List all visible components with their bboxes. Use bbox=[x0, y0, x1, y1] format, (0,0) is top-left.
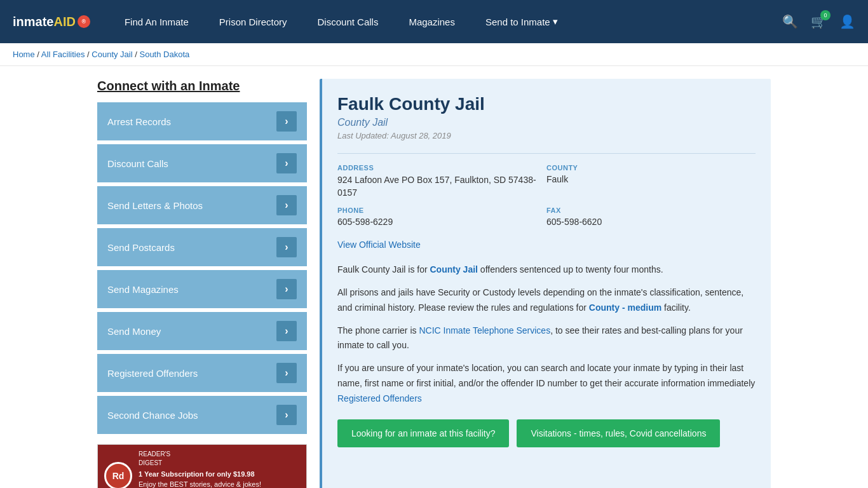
sidebar-item-send-letters[interactable]: Send Letters & Photos › bbox=[97, 186, 307, 224]
sidebar-item-send-postcards[interactable]: Send Postcards › bbox=[97, 228, 307, 266]
breadcrumb-bar: Home / All Facilities / County Jail / So… bbox=[0, 43, 868, 66]
facility-type: County Jail bbox=[337, 117, 756, 128]
county-value: Faulk bbox=[546, 174, 756, 184]
header: inmate AID ® Find An Inmate Prison Direc… bbox=[0, 0, 868, 43]
breadcrumb: Home / All Facilities / County Jail / So… bbox=[13, 50, 855, 59]
search-icon[interactable]: 🔍 bbox=[782, 14, 798, 29]
main-content: Faulk County Jail County Jail Last Updat… bbox=[320, 79, 771, 488]
logo[interactable]: inmate AID ® bbox=[13, 15, 90, 29]
dropdown-arrow-icon: ▾ bbox=[553, 16, 558, 27]
main-nav: Find An Inmate Prison Directory Discount… bbox=[109, 0, 782, 43]
nav-prison-directory[interactable]: Prison Directory bbox=[204, 0, 302, 43]
county-medium-link[interactable]: County - medium bbox=[589, 302, 661, 313]
chevron-right-icon: › bbox=[276, 321, 297, 341]
sidebar: Connect with an Inmate Arrest Records › … bbox=[97, 79, 307, 488]
sidebar-item-second-chance-jobs[interactable]: Second Chance Jobs › bbox=[97, 396, 307, 434]
ncic-link[interactable]: NCIC Inmate Telephone Services bbox=[419, 325, 550, 336]
sidebar-menu: Arrest Records › Discount Calls › Send L… bbox=[97, 102, 307, 434]
nav-find-inmate[interactable]: Find An Inmate bbox=[109, 0, 204, 43]
desc-para-1: Faulk County Jail is for County Jail off… bbox=[337, 262, 756, 278]
address-label: ADDRESS bbox=[337, 164, 546, 172]
county-cell: COUNTY Faulk bbox=[546, 164, 756, 199]
cart-icon[interactable]: 🛒 0 bbox=[811, 14, 827, 29]
phone-value: 605-598-6229 bbox=[337, 217, 546, 227]
facility-updated: Last Updated: August 28, 2019 bbox=[337, 131, 756, 140]
chevron-right-icon: › bbox=[276, 111, 297, 132]
action-buttons: Looking for an inmate at this facility? … bbox=[337, 419, 756, 447]
breadcrumb-home[interactable]: Home bbox=[13, 50, 35, 59]
chevron-right-icon: › bbox=[276, 153, 297, 173]
facility-title: Faulk County Jail bbox=[337, 94, 756, 114]
fax-label: FAX bbox=[546, 207, 756, 214]
sidebar-title: Connect with an Inmate bbox=[97, 79, 307, 93]
info-grid: ADDRESS 924 Lafoon Ave PO Box 157, Faulk… bbox=[337, 153, 756, 227]
find-inmate-button[interactable]: Looking for an inmate at this facility? bbox=[337, 419, 509, 447]
cart-badge: 0 bbox=[820, 10, 831, 20]
phone-cell: PHONE 605-598-6229 bbox=[337, 207, 546, 227]
sidebar-item-discount-calls[interactable]: Discount Calls › bbox=[97, 144, 307, 182]
nav-discount-calls[interactable]: Discount Calls bbox=[302, 0, 394, 43]
address-value: 924 Lafoon Ave PO Box 157, Faulkton, SD … bbox=[337, 174, 546, 199]
sidebar-item-registered-offenders[interactable]: Registered Offenders › bbox=[97, 354, 307, 392]
ad-rd-badge: Rd bbox=[104, 462, 132, 488]
breadcrumb-county-jail[interactable]: County Jail bbox=[92, 50, 132, 59]
breadcrumb-all-facilities[interactable]: All Facilities bbox=[41, 50, 85, 59]
logo-aid: AID bbox=[53, 15, 75, 29]
main-layout: Connect with an Inmate Arrest Records › … bbox=[85, 79, 783, 488]
chevron-right-icon: › bbox=[276, 195, 297, 215]
desc-para-2: All prisons and jails have Security or C… bbox=[337, 285, 756, 316]
address-cell: ADDRESS 924 Lafoon Ave PO Box 157, Faulk… bbox=[337, 164, 546, 199]
phone-label: PHONE bbox=[337, 207, 546, 214]
description: Faulk County Jail is for County Jail off… bbox=[337, 262, 756, 406]
chevron-right-icon: › bbox=[276, 279, 297, 299]
county-label: COUNTY bbox=[546, 164, 756, 172]
registered-offenders-link[interactable]: Registered Offenders bbox=[337, 393, 422, 403]
desc-para-3: The phone carrier is NCIC Inmate Telepho… bbox=[337, 323, 756, 354]
fax-cell: FAX 605-598-6620 bbox=[546, 207, 756, 227]
chevron-right-icon: › bbox=[276, 363, 297, 383]
desc-para-4: If you are unsure of your inmate's locat… bbox=[337, 361, 756, 406]
visitations-button[interactable]: Visitations - times, rules, Covid cancel… bbox=[517, 419, 720, 447]
fax-value: 605-598-6620 bbox=[546, 217, 756, 227]
ad-content: READER'S DIGEST 1 Year Subscription for … bbox=[139, 449, 300, 488]
sidebar-ad[interactable]: Rd READER'S DIGEST 1 Year Subscription f… bbox=[97, 444, 307, 488]
chevron-right-icon: › bbox=[276, 405, 297, 425]
nav-magazines[interactable]: Magazines bbox=[393, 0, 470, 43]
logo-badge: ® bbox=[78, 15, 90, 28]
nav-send-to-inmate[interactable]: Send to Inmate ▾ bbox=[470, 0, 573, 43]
logo-text: inmate bbox=[13, 15, 53, 29]
user-icon[interactable]: 👤 bbox=[839, 14, 855, 29]
breadcrumb-south-dakota[interactable]: South Dakota bbox=[139, 50, 189, 59]
sidebar-item-send-magazines[interactable]: Send Magazines › bbox=[97, 270, 307, 308]
sidebar-item-send-money[interactable]: Send Money › bbox=[97, 312, 307, 350]
header-icons: 🔍 🛒 0 👤 bbox=[782, 14, 855, 29]
county-jail-link[interactable]: County Jail bbox=[430, 264, 478, 274]
sidebar-item-arrest-records[interactable]: Arrest Records › bbox=[97, 102, 307, 140]
chevron-right-icon: › bbox=[276, 237, 297, 257]
website-link[interactable]: View Official Website bbox=[337, 240, 421, 250]
